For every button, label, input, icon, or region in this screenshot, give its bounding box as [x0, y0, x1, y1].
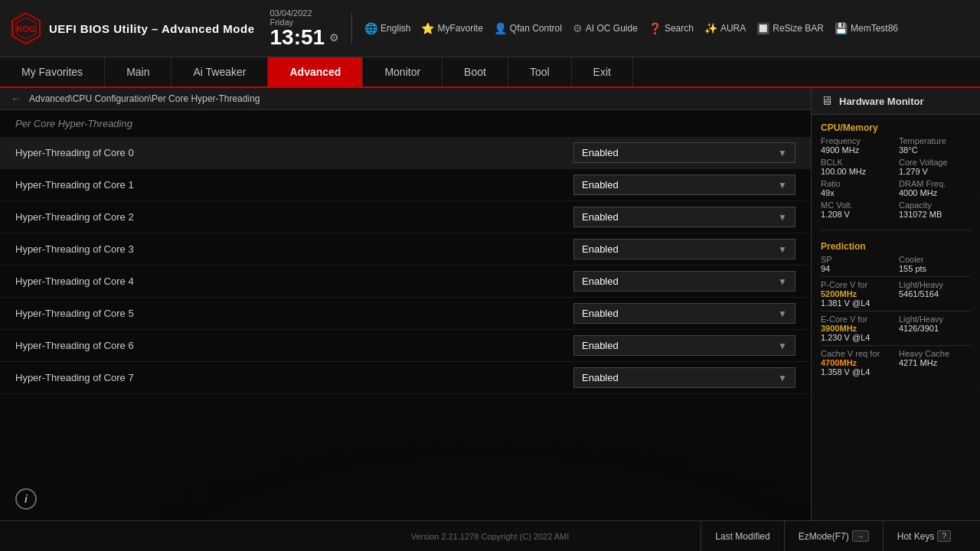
setting-row-core7[interactable]: Hyper-Threading of Core 7 Enabled ▼ [0, 362, 811, 394]
cooler-value: 155 pts [899, 264, 971, 273]
chevron-down-icon: ▼ [778, 212, 787, 223]
setting-row-core1[interactable]: Hyper-Threading of Core 1 Enabled ▼ [0, 169, 811, 201]
monitor-icon: 🖥 [821, 94, 833, 108]
pcore-v-freq: 5200MHz [821, 289, 893, 298]
setting-row-core0[interactable]: Hyper-Threading of Core 0 Enabled ▼ [0, 137, 811, 169]
main-nav-tabs: My Favorites Main Ai Tweaker Advanced Mo… [0, 57, 980, 88]
frequency-label: Frequency 4900 MHz [821, 136, 893, 155]
prediction-grid: SP 94 Cooler 155 pts [821, 255, 971, 273]
frequency-value: 4900 MHz [821, 145, 893, 155]
tab-tool[interactable]: Tool [508, 57, 572, 86]
dropdown-core7[interactable]: Enabled ▼ [573, 367, 795, 388]
content-area: ← Advanced\CPU Configuration\Per Core Hy… [0, 88, 980, 520]
tab-exit[interactable]: Exit [572, 57, 633, 86]
cache-v-freq: 4700MHz [821, 358, 857, 367]
mc-volt-block: MC Volt. 1.208 V [821, 201, 893, 219]
setting-label-core7: Hyper-Threading of Core 7 [15, 372, 573, 383]
setting-value-core0: Enabled ▼ [573, 142, 795, 163]
setting-label-core5: Hyper-Threading of Core 5 [15, 308, 573, 319]
ecore-light-heavy-block: Light/Heavy 4126/3901 [899, 315, 971, 342]
nav-memtest[interactable]: 💾 MemTest86 [835, 22, 898, 34]
setting-value-core5: Enabled ▼ [573, 303, 795, 324]
nav-aura[interactable]: ✨ AURA [704, 22, 746, 34]
setting-row-core3[interactable]: Hyper-Threading of Core 3 Enabled ▼ [0, 233, 811, 266]
setting-row-core4[interactable]: Hyper-Threading of Core 4 Enabled ▼ [0, 266, 811, 298]
dropdown-core4[interactable]: Enabled ▼ [573, 271, 795, 292]
main-panel: ← Advanced\CPU Configuration\Per Core Hy… [0, 88, 812, 520]
last-modified-button[interactable]: Last Modified [701, 521, 783, 552]
cpu-memory-section: CPU/Memory Frequency 4900 MHz Temperatur… [821, 122, 971, 219]
tab-main[interactable]: Main [105, 57, 172, 86]
settings-gear-icon[interactable]: ⚙ [329, 31, 339, 44]
dropdown-core2[interactable]: Enabled ▼ [573, 207, 795, 227]
breadcrumb-text: Advanced\CPU Configuration\Per Core Hype… [29, 93, 260, 104]
cooler-block: Cooler 155 pts [899, 255, 971, 273]
header-bar: ROG UEFI BIOS Utility – Advanced Mode 03… [0, 0, 980, 57]
dropdown-core5[interactable]: Enabled ▼ [573, 303, 795, 324]
chevron-down-icon: ▼ [778, 308, 787, 319]
ecore-v-value: 1.230 V @L4 [821, 333, 893, 342]
chevron-down-icon: ▼ [778, 148, 787, 158]
capacity-block: Capacity 131072 MB [899, 201, 971, 219]
nav-qfan[interactable]: 👤 Qfan Control [494, 22, 562, 34]
footer-actions: Last Modified EzMode(F7) → Hot Keys ? [701, 521, 965, 552]
heavy-cache-block: Heavy Cache 4271 MHz [899, 349, 971, 377]
setting-row-core6[interactable]: Hyper-Threading of Core 6 Enabled ▼ [0, 330, 811, 362]
setting-label-core0: Hyper-Threading of Core 0 [15, 147, 573, 158]
cpu-memory-grid: Frequency 4900 MHz Temperature 38°C BCLK… [821, 136, 971, 219]
setting-label-core2: Hyper-Threading of Core 2 [15, 211, 573, 223]
bios-title-block: UEFI BIOS Utility – Advanced Mode [49, 22, 254, 35]
setting-value-core7: Enabled ▼ [573, 367, 795, 388]
hardware-monitor-title: Hardware Monitor [839, 96, 924, 107]
ezmode-button[interactable]: EzMode(F7) → [784, 521, 883, 552]
pcore-divider [821, 311, 971, 311]
chevron-down-icon: ▼ [778, 373, 787, 383]
dropdown-core6[interactable]: Enabled ▼ [573, 335, 795, 356]
setting-row-core2[interactable]: Hyper-Threading of Core 2 Enabled ▼ [0, 201, 811, 233]
rog-logo-icon: ROG [9, 11, 43, 45]
logo-area: ROG UEFI BIOS Utility – Advanced Mode [9, 11, 254, 45]
fan-icon: 👤 [494, 22, 507, 34]
prediction-section: Prediction SP 94 Cooler 155 pts P-Core [821, 241, 971, 377]
memtest-icon: 💾 [835, 22, 848, 34]
nav-search[interactable]: ❓ Search [648, 22, 694, 34]
breadcrumb: ← Advanced\CPU Configuration\Per Core Hy… [0, 88, 811, 110]
hotkeys-button[interactable]: Hot Keys ? [883, 521, 965, 552]
dropdown-core0[interactable]: Enabled ▼ [573, 142, 795, 163]
tab-monitor[interactable]: Monitor [363, 57, 443, 86]
cpu-memory-title: CPU/Memory [821, 122, 971, 133]
nav-resizebar[interactable]: 🔲 ReSize BAR [756, 22, 824, 34]
setting-value-core1: Enabled ▼ [573, 174, 795, 195]
tab-advanced[interactable]: Advanced [268, 57, 363, 86]
dropdown-core3[interactable]: Enabled ▼ [573, 239, 795, 259]
language-icon: 🌐 [364, 22, 377, 34]
nav-aioc[interactable]: ⚙ AI OC Guide [573, 22, 638, 34]
search-icon: ❓ [648, 22, 662, 34]
mc-volt-value: 1.208 V [821, 210, 893, 219]
chevron-down-icon: ▼ [778, 276, 787, 287]
temperature-block: Temperature 38°C [899, 136, 971, 155]
setting-label-core4: Hyper-Threading of Core 4 [15, 276, 573, 287]
info-icon[interactable]: i [15, 488, 37, 510]
nav-language[interactable]: 🌐 English [364, 22, 410, 34]
section-divider [821, 230, 971, 230]
setting-value-core4: Enabled ▼ [573, 271, 795, 292]
ecore-v-label-block: E-Core V for 3900MHz 1.230 V @L4 [821, 315, 893, 342]
nav-myfavorite[interactable]: ⭐ MyFavorite [421, 22, 482, 34]
header-nav: 🌐 English ⭐ MyFavorite 👤 Qfan Control ⚙ … [364, 22, 971, 34]
dropdown-core1[interactable]: Enabled ▼ [573, 174, 795, 195]
back-button[interactable]: ← [11, 93, 21, 105]
setting-label-core3: Hyper-Threading of Core 3 [15, 243, 573, 255]
header-divider [351, 13, 352, 44]
setting-label-core6: Hyper-Threading of Core 6 [15, 340, 573, 351]
tab-aitweaker[interactable]: Ai Tweaker [172, 57, 268, 86]
resizebar-icon: 🔲 [756, 22, 769, 34]
tab-boot[interactable]: Boot [443, 57, 508, 86]
chevron-down-icon: ▼ [778, 180, 787, 191]
ecore-divider [821, 345, 971, 346]
setting-row-core5[interactable]: Hyper-Threading of Core 5 Enabled ▼ [0, 298, 811, 330]
ecore-light-heavy-value: 4126/3901 [899, 324, 971, 333]
pcore-v-label-block: P-Core V for 5200MHz 1.381 V @L4 [821, 280, 893, 308]
oc-icon: ⚙ [573, 22, 583, 34]
tab-favorites[interactable]: My Favorites [0, 57, 105, 86]
